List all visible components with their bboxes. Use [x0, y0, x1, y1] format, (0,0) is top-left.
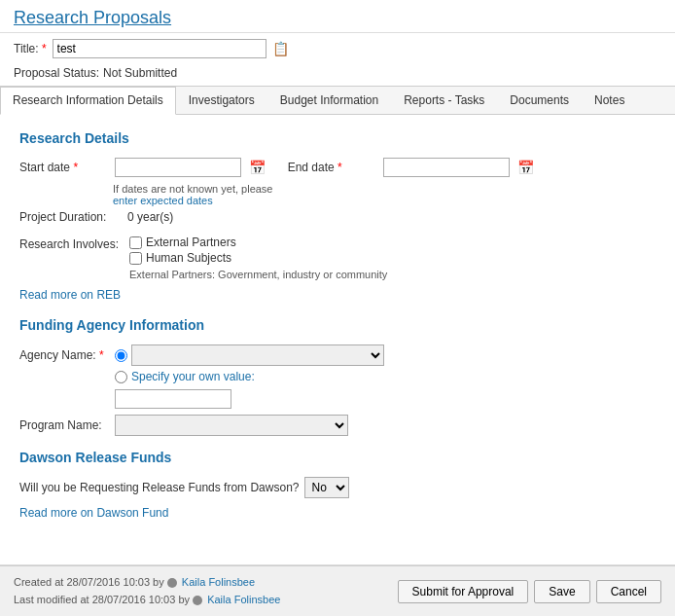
involves-label: Research Involves: [19, 236, 122, 251]
dawson-answer-select[interactable]: No Yes [304, 477, 349, 498]
footer-meta: Created at 28/07/2016 10:03 by Kaila Fol… [14, 574, 280, 608]
date-row: Start date * 📅 End date * 📅 [19, 158, 656, 177]
save-button[interactable]: Save [534, 580, 589, 603]
external-partners-checkbox[interactable] [129, 236, 142, 249]
created-line: Created at 28/07/2016 10:03 by Kaila Fol… [14, 574, 280, 592]
reb-link[interactable]: Read more on REB [19, 288, 121, 302]
start-date-input[interactable] [115, 158, 241, 177]
modified-line: Last modified at 28/07/2016 10:03 by Kai… [14, 592, 280, 609]
modified-user-icon [193, 596, 202, 605]
tab-documents[interactable]: Documents [497, 87, 582, 114]
submit-for-approval-button[interactable]: Submit for Approval [398, 580, 529, 603]
main-content: Research Details Start date * 📅 End date… [0, 115, 675, 565]
footer: Created at 28/07/2016 10:03 by Kaila Fol… [0, 565, 675, 616]
title-input[interactable] [53, 39, 266, 58]
tab-research-information[interactable]: Research Information Details [0, 87, 176, 115]
program-select[interactable] [115, 415, 348, 436]
proposal-status-label: Proposal Status: [14, 66, 99, 80]
agency-select[interactable] [131, 344, 384, 366]
tab-investigators[interactable]: Investigators [176, 87, 267, 114]
agency-specify-radio[interactable] [115, 371, 127, 383]
status-row: Proposal Status: Not Submitted [0, 64, 675, 86]
duration-label: Project Duration: [19, 210, 122, 224]
start-date-calendar-icon[interactable]: 📅 [249, 160, 266, 175]
external-partners-label: External Partners [146, 236, 236, 249]
specify-input[interactable] [115, 389, 231, 409]
page-title[interactable]: Research Proposals [14, 8, 171, 27]
proposal-status-value: Not Submitted [103, 66, 177, 80]
funding-agency-title: Funding Agency Information [19, 317, 656, 333]
modified-user-link[interactable]: Kaila Folinsbee [207, 594, 280, 605]
program-name-label: Program Name: [19, 418, 107, 432]
cancel-button[interactable]: Cancel [596, 580, 661, 603]
tab-budget-information[interactable]: Budget Information [267, 87, 391, 114]
end-date-calendar-icon[interactable]: 📅 [517, 160, 534, 175]
duration-value: 0 year(s) [127, 210, 173, 224]
dawson-question: Will you be Requesting Release Funds fro… [19, 481, 299, 494]
enter-expected-dates-link[interactable]: enter expected dates [113, 195, 213, 206]
title-row: Title: * 📋 [0, 33, 675, 64]
involves-note: External Partners: Government, industry … [129, 269, 656, 280]
agency-specify-option: Specify your own value: [115, 370, 384, 383]
dawson-title: Dawson Release Funds [19, 450, 656, 465]
tabs-bar: Research Information Details Investigato… [0, 86, 675, 115]
page-header: Research Proposals [0, 0, 675, 33]
program-name-row: Program Name: [19, 415, 656, 436]
specify-label: Specify your own value: [131, 370, 255, 383]
agency-name-label: Agency Name: * [19, 344, 107, 362]
title-required-indicator: * [42, 42, 47, 55]
footer-buttons: Submit for Approval Save Cancel [398, 580, 661, 603]
funding-agency-section: Funding Agency Information Agency Name: … [19, 317, 656, 436]
agency-options: Specify your own value: [115, 344, 384, 409]
end-date-input[interactable] [383, 158, 510, 177]
involves-section: Research Involves: External Partners Hum… [19, 236, 656, 265]
agency-dropdown-option [115, 344, 384, 366]
human-subjects-checkbox[interactable] [129, 252, 142, 265]
dawson-fund-link[interactable]: Read more on Dawson Fund [19, 506, 168, 520]
created-user-link[interactable]: Kaila Folinsbee [182, 576, 255, 588]
agency-name-row: Agency Name: * Specify your own value: [19, 344, 656, 409]
tab-reports-tasks[interactable]: Reports - Tasks [391, 87, 497, 114]
start-date-label: Start date * [19, 161, 107, 174]
duration-row: Project Duration: 0 year(s) [19, 210, 656, 224]
human-subjects-checkbox-row: Human Subjects [129, 251, 236, 265]
end-date-label: End date * [288, 161, 375, 174]
dawson-question-row: Will you be Requesting Release Funds fro… [19, 477, 656, 498]
external-partners-checkbox-row: External Partners [129, 236, 236, 249]
date-hint: If dates are not known yet, please enter… [113, 183, 656, 206]
title-label: Title: * [14, 42, 47, 55]
involves-options: External Partners Human Subjects [129, 236, 236, 265]
tab-notes[interactable]: Notes [582, 87, 637, 114]
created-user-icon [167, 578, 177, 588]
research-details-title: Research Details [19, 130, 656, 146]
dawson-section: Dawson Release Funds Will you be Request… [19, 450, 656, 535]
agency-dropdown-radio[interactable] [115, 349, 127, 362]
human-subjects-label: Human Subjects [146, 251, 231, 265]
document-icon[interactable]: 📋 [272, 41, 289, 56]
